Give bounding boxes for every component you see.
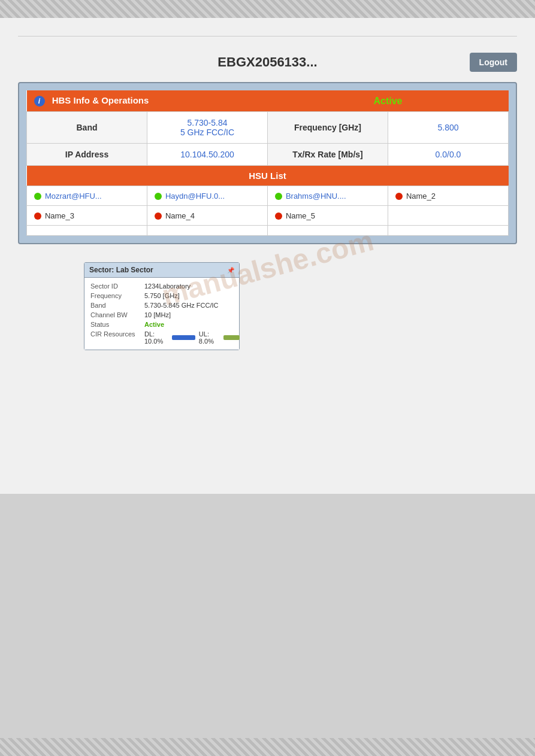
sector-freq-label: Frequency [90, 292, 144, 299]
sector-bw-value: 10 [MHz] [144, 311, 171, 318]
info-icon: i [34, 96, 45, 107]
sector-band-value: 5.730-5.845 GHz FCC/IC [144, 302, 219, 309]
sector-status-row: Status Active [90, 320, 233, 329]
hsu-name-3: Name_2 [406, 192, 436, 201]
cir-ul-label: UL: 8.0% [199, 330, 220, 345]
hbs-info-table: i HBS Info & Operations Active Band 5.73… [26, 90, 509, 236]
sector-cir-label: CIR Resources [90, 330, 144, 338]
ip-label: IP Address [27, 144, 147, 166]
band-label: Band [27, 112, 147, 144]
status-green-icon-0 [34, 193, 41, 200]
cir-dl-bar [172, 335, 195, 340]
logout-button[interactable]: Logout [470, 53, 517, 72]
sector-cir-row: CIR Resources DL: 10.0% UL: 8.0% [90, 329, 233, 346]
hsu-item-0[interactable]: Mozrart@HFU... [27, 186, 147, 206]
cir-ul-bar [223, 335, 240, 340]
sector-header-title: Sector: Lab Sector [89, 266, 153, 274]
hbs-status-cell: Active [268, 90, 509, 112]
hsu-empty-row [27, 226, 509, 236]
cir-bars: DL: 10.0% UL: 8.0% [144, 330, 240, 345]
sector-bw-label: Channel BW [90, 311, 144, 318]
hsu-item-1[interactable]: Haydn@HFU.0... [147, 186, 268, 206]
sector-panel: Sector: Lab Sector 📌 Sector ID 1234Labor… [84, 262, 240, 350]
status-red-icon-3 [395, 193, 403, 200]
hsu-item-2[interactable]: Brahms@HNU.... [268, 186, 388, 206]
status-green-icon-2 [275, 193, 282, 200]
band-row: Band 5.730-5.84 5 GHz FCC/IC Frequency [… [27, 112, 509, 144]
hsu-item-3[interactable]: Name_2 [388, 186, 509, 206]
hsu-item-6[interactable]: Name_5 [268, 206, 388, 226]
frequency-value: 5.800 [388, 112, 509, 144]
empty-area [18, 350, 517, 470]
frequency-label: Frequency [GHz] [268, 112, 388, 144]
hbs-header-cell: i HBS Info & Operations [27, 90, 268, 112]
sector-body: Sector ID 1234Laboratory Frequency 5.750… [84, 278, 239, 350]
hbs-status-value: Active [373, 96, 402, 106]
hsu-empty-cell [388, 206, 509, 226]
hsu-row-2: Name_3 Name_4 Name_5 [27, 206, 509, 226]
hsu-header-row: HSU List [27, 166, 509, 186]
status-red-icon-5 [155, 212, 162, 220]
sector-id-label: Sector ID [90, 283, 144, 290]
bottom-stripe [0, 738, 535, 756]
top-stripe [0, 0, 535, 18]
hsu-item-4[interactable]: Name_3 [27, 206, 147, 226]
hsu-name-4: Name_3 [45, 211, 74, 220]
sector-freq-value: 5.750 [GHz] [144, 292, 180, 299]
cir-dl-label: DL: 10.0% [144, 330, 168, 345]
status-red-icon-6 [275, 212, 282, 220]
hbs-header-row: i HBS Info & Operations Active [27, 90, 509, 112]
hsu-name-0: Mozrart@HFU... [45, 192, 102, 201]
ip-value: 10.104.50.200 [147, 144, 268, 166]
hsu-row-1: Mozrart@HFU... Haydn@HFU.0... Brahms@HNU… [27, 186, 509, 206]
hsu-name-1: Haydn@HFU.0... [165, 192, 225, 201]
txrx-label: Tx/Rx Rate [Mb/s] [268, 144, 388, 166]
sector-band-row: Band 5.730-5.845 GHz FCC/IC [90, 300, 233, 310]
main-panel: i HBS Info & Operations Active Band 5.73… [18, 82, 517, 244]
pin-icon[interactable]: 📌 [227, 267, 234, 274]
header-area: EBGX2056133... Logout [18, 48, 517, 82]
sector-header: Sector: Lab Sector 📌 [84, 263, 239, 278]
hsu-item-5[interactable]: Name_4 [147, 206, 268, 226]
sector-bw-row: Channel BW 10 [MHz] [90, 310, 233, 320]
sector-id-value: 1234Laboratory [144, 283, 191, 290]
sector-freq-row: Frequency 5.750 [GHz] [90, 291, 233, 300]
sector-band-label: Band [90, 302, 144, 309]
status-green-icon-1 [155, 193, 162, 200]
status-red-icon-4 [34, 212, 41, 220]
ip-row: IP Address 10.104.50.200 Tx/Rx Rate [Mb/… [27, 144, 509, 166]
hsu-header-cell: HSU List [27, 166, 509, 186]
sector-id-row: Sector ID 1234Laboratory [90, 281, 233, 291]
hsu-name-5: Name_4 [165, 211, 195, 220]
sector-status-value: Active [144, 321, 164, 328]
hsu-name-6: Name_5 [286, 211, 315, 220]
band-value: 5.730-5.84 5 GHz FCC/IC [147, 112, 268, 144]
sector-status-label: Status [90, 321, 144, 328]
page-title: EBGX2056133... [217, 54, 317, 70]
divider [18, 36, 517, 37]
page-content: EBGX2056133... Logout i HBS Info & Opera… [0, 18, 535, 494]
txrx-value: 0.0/0.0 [388, 144, 509, 166]
hsu-name-2: Brahms@HNU.... [286, 192, 346, 201]
hbs-header-label: HBS Info & Operations [52, 95, 149, 105]
